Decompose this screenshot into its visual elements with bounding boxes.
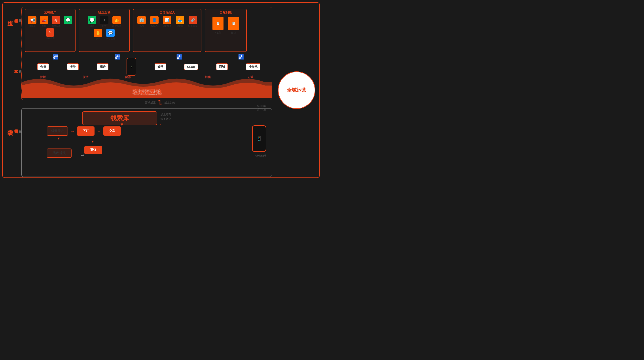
lead-lib-title: 线索库 [87,114,152,122]
icon-4s-2: 📋 4S店 [228,17,239,35]
pipe-4: 🚰 [238,54,244,60]
module-club: CLUB [184,64,198,70]
module-zixun: 资讯 [154,64,166,70]
module-jifen: 积分 [97,64,108,70]
track-box: 线索跟进 [47,126,68,136]
module-huiyuan: 会员 [37,64,49,70]
ops-modules-row: 会员 卡券 积分 📱 资讯 CLUB 商城 小游戏 [29,62,268,72]
main-frame: 线上 线下 流量端 运营端 交易端 引流获客 用户运营 销售转化 营销推广 📢 … [2,2,320,178]
natural-title: 自然到店 [206,11,245,15]
main-flow-row: 线索跟进 → 下订 → 交车 [47,126,121,136]
offline-convert-label: 线下转化 [257,108,266,111]
icon-share: 🔗 分享 裂变 [187,16,198,28]
offline-convert-right: 线下转化 [160,117,171,121]
icon-like: 👍 点赞私信 [111,16,122,28]
middle-arrows: 形成线索 ⇅ 线上加热 [145,100,175,106]
right-circle: 全域运营 [278,71,315,109]
arrow-down-track: ▼ [57,137,60,141]
arrow-down-cancel: ▼ [91,140,94,143]
pipe-1: 🚰 [52,54,58,60]
broker-box: 全名经纪人 🏢 机构 👤 经纪人 📊 分销传播 🏪 经销商 🔗 分享 裂变 [133,9,202,52]
icon-toutiao: 今 效果投放 [50,16,62,28]
double-arrow-icon: ⇅ [158,100,162,106]
pool-title: 私域流量池 [132,88,161,96]
broker-title: 全名经纪人 [135,11,200,15]
arrow-right-from-lead: → [157,122,162,127]
order-box: 下订 [77,126,94,136]
pipe-row: 🚰 🚰 🚰 🚰 [25,53,272,61]
fans-title: 粉丝互动 [80,11,128,15]
icon-jigou: 🏢 机构 [136,16,147,28]
icon-broker: 👤 经纪人 [149,16,160,28]
pipe-3: 🚰 [176,54,182,60]
icon-douyin: ♪ 抖音 [99,16,110,28]
pool-liucun: 留存 [125,75,131,79]
arrow-to-order: → [70,129,75,134]
icon-chuimei: 🚗 垂媒 [39,16,50,28]
sales-phone: 📱 [252,125,266,152]
arrow-to-deliver: → [97,129,101,134]
right-circle-text: 全域运营 [287,87,306,94]
marketing-title: 营销推广 [26,11,74,15]
center-phone: 📱 [126,58,136,76]
form-lead-label: 形成线索 [145,101,156,105]
marketing-box: 营销推广 📢 流量主 🚗 垂媒 今 效果投放 💬 车 线索合作 [25,9,76,52]
natural-box: 自然到店 📋 4S店 📋 4S店 [205,9,247,52]
pool-zhuanhua: 转化 [205,75,211,79]
online-cultivate-right: 线上培育 [160,113,171,117]
icon-jingxiao: 🏪 经销商 [174,16,186,28]
loop-arrow: ↩ [81,153,84,158]
deliver-box: 交车 [103,126,121,136]
icon-wechat2: 💬 微信 [86,16,98,28]
pool-zhongcheng: 忠诚 [248,75,253,79]
module-shangcheng: 商城 [216,64,228,70]
cancel-box: 退订 [84,146,102,154]
pool-area: 私域流量池 拉新 促活 留存 | 转化 忠诚 [22,73,272,98]
pool-laxin: 拉新 [40,75,46,79]
cancel-row: ▼ [91,140,94,144]
icon-4s-1: 📋 4S店 [212,17,224,35]
lost-box: 战败/流失 [47,149,72,158]
icon-comment: 💬 评论 直播 [105,29,116,40]
icon-wechat: 💬 [62,16,74,28]
fans-box: 粉丝互动 💬 微信 ♪ 抖音 👍 点赞私信 ✋ 快手 💬 评论 直播 [79,9,130,52]
icon-autohome: 车 线索合作 [44,28,56,40]
online-heat-label: 线上加热 [164,101,175,105]
sales-assistant-label: 销售助手 [255,154,267,158]
icon-kuaishou: ✋ 快手 [92,29,104,40]
online-cultivate-label: 线上培育 [257,104,266,108]
module-xiaoyouxi: 小游戏 [246,64,260,70]
pool-sublabels: 拉新 促活 留存 | 转化 忠诚 [22,75,272,79]
module-kaquan: 卡券 [67,64,78,70]
icon-fensiao: 📊 分销传播 [162,16,173,28]
pool-cuhuo: 促活 [82,75,88,79]
pipe-2: 🚰 [114,54,120,60]
icon-liuliangzhu: 📢 流量主 [27,16,38,28]
